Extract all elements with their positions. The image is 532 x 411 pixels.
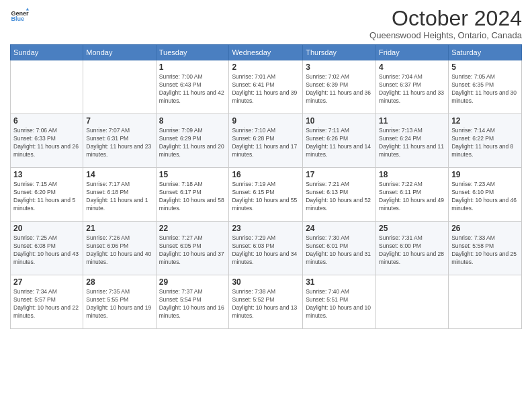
cell-w2-d4: 10Sunrise: 7:11 AMSunset: 6:26 PMDayligh…	[303, 114, 376, 168]
cell-w2-d3: 9Sunrise: 7:10 AMSunset: 6:28 PMDaylight…	[229, 114, 303, 168]
day-info: Sunrise: 7:33 AMSunset: 5:58 PMDaylight:…	[451, 234, 519, 267]
week-row-1: 1Sunrise: 7:00 AMSunset: 6:43 PMDaylight…	[11, 60, 522, 114]
cell-w4-d6: 26Sunrise: 7:33 AMSunset: 5:58 PMDayligh…	[449, 222, 522, 275]
day-info: Sunrise: 7:11 AMSunset: 6:26 PMDaylight:…	[306, 127, 373, 159]
day-number: 23	[232, 224, 300, 233]
page: General Blue October 2024 Queenswood Hei…	[0, 0, 532, 411]
day-number: 6	[13, 116, 80, 126]
day-info: Sunrise: 7:15 AMSunset: 6:20 PMDaylight:…	[13, 181, 80, 213]
day-info: Sunrise: 7:35 AMSunset: 5:55 PMDaylight:…	[86, 288, 152, 320]
col-wednesday: Wednesday	[229, 45, 303, 60]
day-number: 11	[379, 116, 445, 126]
day-number: 3	[306, 62, 373, 72]
day-number: 14	[86, 170, 152, 179]
day-number: 18	[379, 170, 445, 179]
cell-w3-d3: 16Sunrise: 7:19 AMSunset: 6:15 PMDayligh…	[229, 168, 303, 222]
cell-w2-d0: 6Sunrise: 7:06 AMSunset: 6:33 PMDaylight…	[11, 114, 83, 168]
cell-w3-d4: 17Sunrise: 7:21 AMSunset: 6:13 PMDayligh…	[303, 168, 376, 222]
day-number: 13	[13, 170, 80, 179]
day-number: 2	[232, 62, 300, 72]
day-number: 19	[451, 170, 519, 179]
day-number: 31	[306, 277, 373, 287]
col-thursday: Thursday	[303, 45, 376, 60]
day-info: Sunrise: 7:37 AMSunset: 5:54 PMDaylight:…	[159, 288, 226, 320]
cell-w5-d0: 27Sunrise: 7:34 AMSunset: 5:57 PMDayligh…	[11, 275, 83, 329]
day-info: Sunrise: 7:13 AMSunset: 6:24 PMDaylight:…	[379, 127, 445, 159]
cell-w2-d1: 7Sunrise: 7:07 AMSunset: 6:31 PMDaylight…	[83, 114, 156, 168]
cell-w2-d5: 11Sunrise: 7:13 AMSunset: 6:24 PMDayligh…	[376, 114, 449, 168]
day-info: Sunrise: 7:26 AMSunset: 6:06 PMDaylight:…	[86, 234, 152, 267]
cell-w2-d2: 8Sunrise: 7:09 AMSunset: 6:29 PMDaylight…	[156, 114, 229, 168]
header-row: Sunday Monday Tuesday Wednesday Thursday…	[11, 45, 522, 60]
cell-w4-d5: 25Sunrise: 7:31 AMSunset: 6:00 PMDayligh…	[376, 222, 449, 275]
day-number: 27	[13, 277, 80, 287]
day-number: 15	[159, 170, 226, 179]
day-info: Sunrise: 7:19 AMSunset: 6:15 PMDaylight:…	[232, 181, 300, 213]
day-info: Sunrise: 7:02 AMSunset: 6:39 PMDaylight:…	[306, 73, 373, 105]
day-number: 7	[86, 116, 152, 126]
day-info: Sunrise: 7:21 AMSunset: 6:13 PMDaylight:…	[306, 181, 373, 213]
day-info: Sunrise: 7:04 AMSunset: 6:37 PMDaylight:…	[379, 73, 445, 105]
day-number: 26	[451, 224, 519, 233]
day-info: Sunrise: 7:22 AMSunset: 6:11 PMDaylight:…	[379, 181, 445, 213]
logo-icon: General Blue	[10, 7, 29, 26]
day-info: Sunrise: 7:06 AMSunset: 6:33 PMDaylight:…	[13, 127, 80, 159]
day-info: Sunrise: 7:00 AMSunset: 6:43 PMDaylight:…	[159, 73, 226, 105]
day-info: Sunrise: 7:29 AMSunset: 6:03 PMDaylight:…	[232, 234, 300, 267]
cell-w4-d4: 24Sunrise: 7:30 AMSunset: 6:01 PMDayligh…	[303, 222, 376, 275]
day-number: 1	[159, 62, 226, 72]
day-number: 24	[306, 224, 373, 233]
cell-w4-d0: 20Sunrise: 7:25 AMSunset: 6:08 PMDayligh…	[11, 222, 83, 275]
week-row-2: 6Sunrise: 7:06 AMSunset: 6:33 PMDaylight…	[11, 114, 522, 168]
week-row-3: 13Sunrise: 7:15 AMSunset: 6:20 PMDayligh…	[11, 168, 522, 222]
day-info: Sunrise: 7:25 AMSunset: 6:08 PMDaylight:…	[13, 234, 80, 267]
week-row-5: 27Sunrise: 7:34 AMSunset: 5:57 PMDayligh…	[11, 275, 522, 329]
cell-w4-d1: 21Sunrise: 7:26 AMSunset: 6:06 PMDayligh…	[83, 222, 156, 275]
header: General Blue October 2024 Queenswood Hei…	[10, 7, 522, 40]
day-info: Sunrise: 7:23 AMSunset: 6:10 PMDaylight:…	[451, 181, 519, 213]
cell-w4-d3: 23Sunrise: 7:29 AMSunset: 6:03 PMDayligh…	[229, 222, 303, 275]
day-info: Sunrise: 7:07 AMSunset: 6:31 PMDaylight:…	[86, 127, 152, 159]
col-saturday: Saturday	[449, 45, 522, 60]
cell-w1-d0	[11, 60, 83, 114]
col-tuesday: Tuesday	[156, 45, 229, 60]
cell-w1-d1	[83, 60, 156, 114]
day-info: Sunrise: 7:14 AMSunset: 6:22 PMDaylight:…	[451, 127, 519, 159]
subtitle: Queenswood Heights, Ontario, Canada	[369, 30, 522, 40]
day-info: Sunrise: 7:18 AMSunset: 6:17 PMDaylight:…	[159, 181, 226, 213]
cell-w1-d2: 1Sunrise: 7:00 AMSunset: 6:43 PMDaylight…	[156, 60, 229, 114]
cell-w1-d3: 2Sunrise: 7:01 AMSunset: 6:41 PMDaylight…	[229, 60, 303, 114]
cell-w4-d2: 22Sunrise: 7:27 AMSunset: 6:05 PMDayligh…	[156, 222, 229, 275]
cell-w1-d5: 4Sunrise: 7:04 AMSunset: 6:37 PMDaylight…	[376, 60, 449, 114]
cell-w3-d0: 13Sunrise: 7:15 AMSunset: 6:20 PMDayligh…	[11, 168, 83, 222]
cell-w5-d4: 31Sunrise: 7:40 AMSunset: 5:51 PMDayligh…	[303, 275, 376, 329]
cell-w5-d5	[376, 275, 449, 329]
day-number: 20	[13, 224, 80, 233]
col-sunday: Sunday	[11, 45, 83, 60]
calendar-table: Sunday Monday Tuesday Wednesday Thursday…	[10, 44, 522, 329]
week-row-4: 20Sunrise: 7:25 AMSunset: 6:08 PMDayligh…	[11, 222, 522, 275]
day-info: Sunrise: 7:31 AMSunset: 6:00 PMDaylight:…	[379, 234, 445, 267]
cell-w2-d6: 12Sunrise: 7:14 AMSunset: 6:22 PMDayligh…	[449, 114, 522, 168]
day-number: 5	[451, 62, 519, 72]
calendar-header: Sunday Monday Tuesday Wednesday Thursday…	[11, 45, 522, 60]
day-number: 4	[379, 62, 445, 72]
day-info: Sunrise: 7:09 AMSunset: 6:29 PMDaylight:…	[159, 127, 226, 159]
day-number: 21	[86, 224, 152, 233]
day-number: 30	[232, 277, 300, 287]
cell-w3-d5: 18Sunrise: 7:22 AMSunset: 6:11 PMDayligh…	[376, 168, 449, 222]
day-info: Sunrise: 7:40 AMSunset: 5:51 PMDaylight:…	[306, 288, 373, 320]
day-info: Sunrise: 7:38 AMSunset: 5:52 PMDaylight:…	[232, 288, 300, 320]
cell-w5-d3: 30Sunrise: 7:38 AMSunset: 5:52 PMDayligh…	[229, 275, 303, 329]
day-number: 8	[159, 116, 226, 126]
cell-w3-d6: 19Sunrise: 7:23 AMSunset: 6:10 PMDayligh…	[449, 168, 522, 222]
col-friday: Friday	[376, 45, 449, 60]
day-number: 10	[306, 116, 373, 126]
month-title: October 2024	[369, 7, 522, 30]
day-info: Sunrise: 7:01 AMSunset: 6:41 PMDaylight:…	[232, 73, 300, 105]
title-block: October 2024 Queenswood Heights, Ontario…	[369, 7, 522, 40]
calendar-body: 1Sunrise: 7:00 AMSunset: 6:43 PMDaylight…	[11, 60, 522, 329]
day-info: Sunrise: 7:34 AMSunset: 5:57 PMDaylight:…	[13, 288, 80, 320]
day-info: Sunrise: 7:30 AMSunset: 6:01 PMDaylight:…	[306, 234, 373, 267]
day-number: 12	[451, 116, 519, 126]
